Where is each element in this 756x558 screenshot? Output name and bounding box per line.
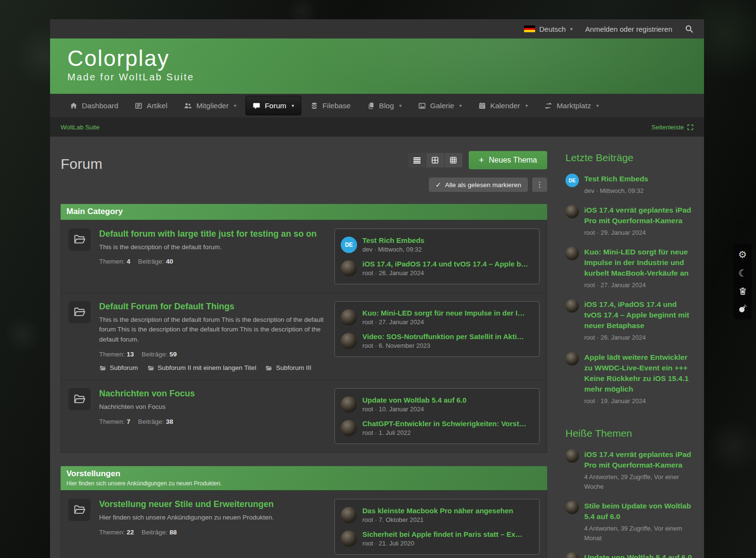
forum-link[interactable]: Vorstellung neuer Stile und Erweiterunge… <box>99 499 326 510</box>
nav-item-artikel[interactable]: Artikel <box>128 94 175 117</box>
login-link[interactable]: Anmelden oder registrieren <box>585 25 672 33</box>
avatar[interactable] <box>341 531 357 547</box>
post-meta: root · 26. Januar 2024 <box>584 333 694 342</box>
check-icon: ✓ <box>436 181 441 189</box>
post-link[interactable]: Update von Woltlab 5.4 auf 6.0 <box>584 552 694 558</box>
new-topic-button[interactable]: + Neues Thema <box>469 151 547 169</box>
view-grid-dense-button[interactable] <box>445 153 462 167</box>
post-link[interactable]: iOS 17.4, iPadOS 17.4 und tvOS 17.4 – Ap… <box>584 299 694 331</box>
avatar[interactable] <box>341 396 357 413</box>
avatar[interactable] <box>341 309 357 326</box>
trash-icon[interactable] <box>739 287 747 295</box>
post-link[interactable]: Kuo: Mini-LED sorgt für neue Impulse in … <box>584 247 694 279</box>
post-link[interactable]: Stile beim Update von Woltlab 5.4 auf 6.… <box>584 501 694 522</box>
nav-item-marktplatz[interactable]: Marktplatz ▾ <box>537 94 606 117</box>
latest-post: Video: SOS-Notruffunktion per Satellit i… <box>341 329 533 353</box>
post-link[interactable]: Test Rich Embeds <box>362 236 533 244</box>
nav-item-filebase[interactable]: Filebase <box>303 94 358 117</box>
nav-item-galerie[interactable]: Galerie ▾ <box>411 94 469 117</box>
nav-item-mitglieder[interactable]: Mitglieder ▾ <box>177 94 243 117</box>
topics-label: Themen: <box>99 258 125 265</box>
avatar[interactable]: DE <box>341 237 357 253</box>
home-icon <box>70 102 77 110</box>
posts-count: 40 <box>166 258 173 265</box>
avatar[interactable] <box>565 205 579 218</box>
forum-row: Default Forum for Default Things This is… <box>61 292 547 380</box>
subforum-label: Subforum II mit einem langen Titel <box>158 364 256 371</box>
avatar[interactable] <box>341 420 357 436</box>
forum-link[interactable]: Default forum with large title just for … <box>99 228 326 240</box>
page-controls: + Neues Thema ✓ Alle als gelesen markier… <box>408 151 547 192</box>
forum-stats: Themen:7 Beiträge:38 <box>99 418 326 425</box>
avatar[interactable] <box>341 260 357 277</box>
avatar[interactable] <box>565 501 579 514</box>
avatar[interactable] <box>565 299 579 313</box>
image-icon <box>418 102 426 110</box>
post-link[interactable]: Sicherheit bei Apple findet in Paris sta… <box>362 530 533 538</box>
forum-stats: Themen:4 Beiträge:40 <box>99 258 326 265</box>
latest-post: Das kleinste Macbook Pro näher angesehen… <box>341 503 533 527</box>
subforum-link[interactable]: Subforum <box>99 364 138 371</box>
post-meta: root · 1. Juli 2022 <box>362 429 533 436</box>
view-list-button[interactable] <box>408 153 426 167</box>
post-link[interactable]: Das kleinste Macbook Pro näher angesehen <box>362 507 533 515</box>
post-link[interactable]: iOS 17.4 verrät geplantes iPad Pro mit Q… <box>584 205 694 226</box>
category-header: Main Category <box>61 204 547 220</box>
post-link[interactable]: iOS 17.4, iPadOS 17.4 und tvOS 17.4 – Ap… <box>362 260 533 268</box>
avatar[interactable] <box>565 449 579 463</box>
post-meta: dev · Mittwoch, 09:32 <box>362 246 533 253</box>
avatar[interactable] <box>565 247 579 260</box>
view-switcher <box>408 153 462 167</box>
language-selector[interactable]: Deutsch ▾ <box>524 25 573 33</box>
post-link[interactable]: iOS 17.4 verrät geplantes iPad Pro mit Q… <box>584 449 694 470</box>
post-link[interactable]: Test Rich Embeds <box>584 174 694 184</box>
grid-3x3-icon <box>450 157 457 164</box>
category-title: Main Category <box>66 207 541 216</box>
avatar[interactable] <box>565 352 579 366</box>
moon-icon[interactable]: ☾ <box>738 268 747 278</box>
page-container: Deutsch ▾ Anmelden oder registrieren Col… <box>50 19 704 558</box>
nav-item-dashboard[interactable]: Dashboard <box>63 94 126 117</box>
view-grid-button[interactable] <box>426 153 445 167</box>
subforum-link[interactable]: Subforum II mit einem langen Titel <box>147 364 256 371</box>
post-link[interactable]: ChatGPT-Entwickler in Schwierigkeiten: V… <box>362 419 533 428</box>
page-title: Forum <box>61 156 103 172</box>
sidebar: Letzte Beiträge DE Test Rich Embeds dev … <box>565 151 694 558</box>
post-link[interactable]: Apple lädt weitere Entwickler zu WWDC-Li… <box>584 352 694 394</box>
avatar[interactable]: DE <box>565 174 579 187</box>
avatar[interactable] <box>341 507 357 523</box>
gear-icon[interactable]: ⚙ <box>738 250 747 259</box>
post-link[interactable]: Kuo: Mini-LED sorgt für neue Impulse in … <box>362 309 533 317</box>
avatar[interactable] <box>341 333 357 349</box>
folder-icon <box>265 365 272 371</box>
forum-info: Default Forum for Default Things This is… <box>90 301 334 371</box>
chevron-down-icon: ▾ <box>234 103 236 108</box>
topics-count: 13 <box>127 351 134 358</box>
forum-link[interactable]: Default Forum for Default Things <box>99 301 326 312</box>
forum-link[interactable]: Nachrichten von Focus <box>99 388 326 399</box>
mark-all-read-button[interactable]: ✓ Alle als gelesen markieren <box>429 178 528 192</box>
bomb-icon[interactable] <box>738 304 747 313</box>
avatar[interactable] <box>565 552 579 558</box>
chevron-down-icon: ▾ <box>460 103 462 108</box>
nav-item-forum[interactable]: Forum ▾ <box>245 96 301 115</box>
grid-2x2-icon <box>432 157 438 164</box>
search-icon[interactable] <box>685 25 693 33</box>
news-icon <box>135 102 142 110</box>
more-options-button[interactable]: ⋮ <box>532 178 547 192</box>
nav-label: Blog <box>379 101 394 110</box>
post-link[interactable]: Video: SOS-Notruffunktion per Satellit i… <box>362 332 533 341</box>
subforum-link[interactable]: Subforum III <box>265 364 311 371</box>
list-item: Apple lädt weitere Entwickler zu WWDC-Li… <box>565 352 694 406</box>
nav-label: Filebase <box>322 101 351 110</box>
site-logo[interactable]: Colorplay Made for WoltLab Suite <box>67 46 194 83</box>
breadcrumb[interactable]: WoltLab Suite <box>61 124 100 131</box>
latest-posts-box: Kuo: Mini-LED sorgt für neue Impulse in … <box>334 301 539 357</box>
nav-label: Artikel <box>147 101 167 110</box>
nav-item-kalender[interactable]: Kalender ▾ <box>471 94 535 117</box>
nav-item-blog[interactable]: Blog ▾ <box>360 94 409 117</box>
sidebar-toggle[interactable]: Seitenleiste <box>652 124 693 131</box>
post-meta: root · 10. Januar 2024 <box>362 406 533 413</box>
post-meta: root · 26. Januar 2024 <box>362 269 533 277</box>
post-link[interactable]: Update von Woltlab 5.4 auf 6.0 <box>362 396 533 404</box>
